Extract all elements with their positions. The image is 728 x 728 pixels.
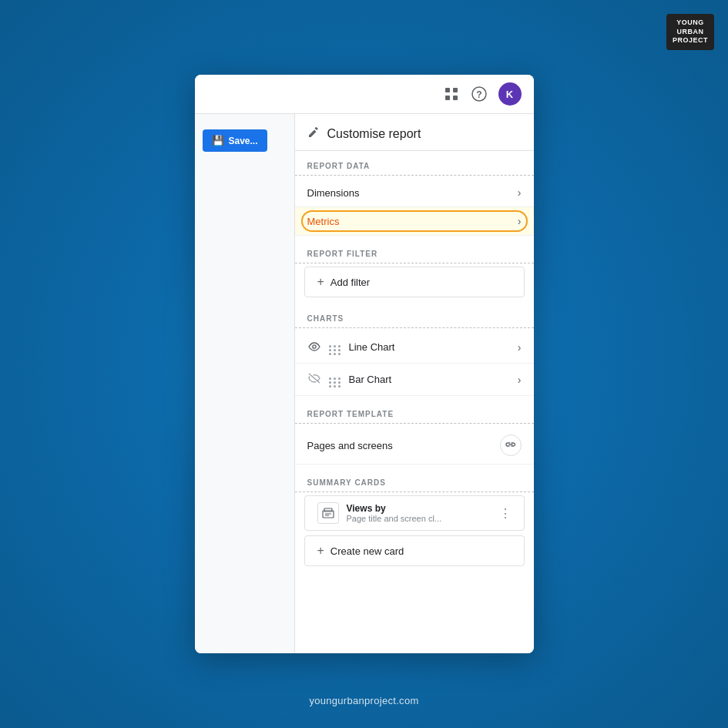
user-avatar[interactable]: K [498, 82, 522, 106]
line-chart-drag-icon [329, 339, 341, 355]
svg-text:?: ? [476, 89, 481, 100]
help-icon[interactable]: ? [471, 86, 488, 102]
add-filter-plus-icon: + [317, 275, 324, 289]
footer-text: youngurbanproject.com [309, 695, 418, 706]
card-item-subtitle: Page title and screen cl... [347, 514, 491, 523]
right-panel: Customise report REPORT DATA Dimensions … [295, 114, 534, 653]
panel-header: Customise report [295, 114, 534, 151]
bar-chart-chevron: › [518, 374, 522, 386]
body-layout: 💾 Save... Customise report REPORT DATA [195, 114, 534, 653]
add-filter-label: Add filter [330, 277, 370, 288]
top-bar: ? K [195, 75, 534, 114]
report-data-label: REPORT DATA [295, 151, 534, 176]
svg-rect-8 [324, 508, 332, 512]
create-card-label: Create new card [330, 545, 404, 557]
svg-rect-0 [445, 88, 450, 92]
brand-badge: YOUNG URBAN PROJECT [666, 14, 714, 50]
svg-rect-3 [453, 96, 458, 100]
link-icon [500, 434, 522, 456]
summary-cards-label: SUMMARY CARDS [295, 468, 534, 492]
svg-rect-2 [445, 96, 450, 100]
template-row[interactable]: Pages and screens [295, 427, 534, 465]
line-chart-label: Line Chart [349, 341, 510, 353]
save-icon: 💾 [212, 135, 224, 146]
eye-visible-icon [307, 341, 321, 354]
grid-icon[interactable] [443, 86, 460, 102]
panel-title: Customise report [327, 127, 421, 141]
metrics-label: Metrics [307, 216, 518, 227]
card-menu-icon[interactable]: ⋮ [499, 506, 512, 521]
card-icon [317, 502, 339, 524]
bar-chart-label: Bar Chart [349, 374, 510, 385]
svg-rect-1 [453, 88, 458, 92]
summary-cards-section: SUMMARY CARDS Views by [295, 468, 534, 566]
bar-chart-row[interactable]: Bar Chart › [295, 364, 534, 396]
line-chart-row[interactable]: Line Chart › [295, 331, 534, 364]
bar-chart-drag-icon [329, 371, 341, 387]
metrics-chevron: › [518, 215, 522, 227]
left-sidebar: 💾 Save... [195, 114, 295, 653]
summary-card-item[interactable]: Views by Page title and screen cl... ⋮ [304, 495, 525, 531]
eye-hidden-icon [307, 373, 321, 386]
charts-label: CHARTS [295, 304, 534, 328]
edit-icon [307, 126, 320, 141]
create-card-plus-icon: + [317, 544, 324, 558]
create-card-row[interactable]: + Create new card [304, 535, 525, 566]
template-value: Pages and screens [307, 440, 500, 451]
metrics-row[interactable]: Metrics › [295, 207, 534, 236]
line-chart-chevron: › [518, 341, 522, 354]
dimensions-label: Dimensions [307, 187, 518, 199]
dimensions-chevron: › [518, 186, 522, 199]
save-button[interactable]: 💾 Save... [203, 129, 267, 152]
report-template-label: REPORT TEMPLATE [295, 399, 534, 424]
panel-content: REPORT DATA Dimensions › Metrics › REPOR… [295, 151, 534, 653]
report-template-section: REPORT TEMPLATE Pages and screens [295, 399, 534, 465]
report-data-section: REPORT DATA Dimensions › Metrics › [295, 151, 534, 236]
charts-section: CHARTS [295, 304, 534, 396]
svg-point-6 [312, 344, 315, 347]
report-filter-label: REPORT FILTER [295, 239, 534, 263]
card-text: Views by Page title and screen cl... [347, 503, 491, 523]
dimensions-row[interactable]: Dimensions › [295, 179, 534, 207]
card-item-title: Views by [347, 503, 491, 514]
main-window: ? K 💾 Save... Customise report [195, 75, 534, 653]
report-filter-section: REPORT FILTER + Add filter [295, 239, 534, 297]
add-filter-row[interactable]: + Add filter [304, 267, 525, 297]
